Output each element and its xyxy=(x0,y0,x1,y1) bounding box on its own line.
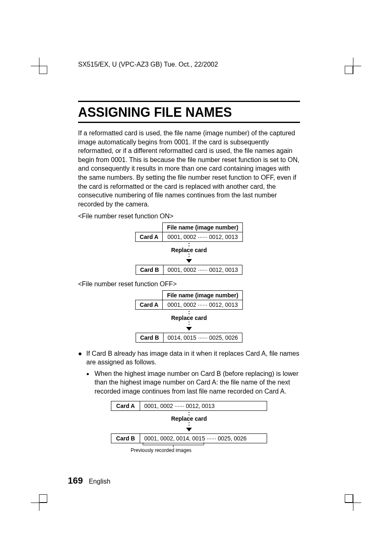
example1-card-a-value: 0001, 0002 ······ 0012, 0013 xyxy=(163,232,242,242)
page-footer: 169 English xyxy=(68,475,111,486)
example3-table-b: Card B0001, 0002, 0014, 0015 ······ 0025… xyxy=(111,433,267,443)
example1-replace: : Replace card : xyxy=(78,243,300,264)
page-number: 169 xyxy=(68,475,83,486)
arrow-down-icon xyxy=(186,259,192,263)
example2-card-a-label: Card A xyxy=(136,300,163,309)
bullet-2: ● When the highest image number on Card … xyxy=(78,369,300,396)
bullet-1: ● If Card B already has image data in it… xyxy=(78,349,300,367)
example2-replace: : Replace card : xyxy=(78,310,300,332)
arrow-down-icon xyxy=(186,428,192,431)
crop-mark-top-right xyxy=(345,58,361,74)
bracket-icon xyxy=(142,442,212,448)
title-rule-top xyxy=(78,101,300,102)
bullet-list: ● If Card B already has image data in it… xyxy=(78,349,300,396)
example2-card-a-value: 0001, 0002 ······ 0012, 0013 xyxy=(163,300,242,309)
prev-recorded-label: Previously recorded images xyxy=(111,447,267,453)
page-content: ASSIGNING FILE NAMES If a reformatted ca… xyxy=(78,101,300,459)
example2-label: <File number reset function OFF> xyxy=(78,280,300,288)
example3-card-a-value: 0001, 0002 ······ 0012, 0013 xyxy=(140,401,267,410)
intro-paragraph: If a reformatted card is used, the file … xyxy=(78,129,300,208)
example3-card-a-label: Card A xyxy=(111,401,140,410)
bullet-dot-icon: ● xyxy=(78,349,86,367)
example1-card-b-value: 0001, 0002 ······ 0012, 0013 xyxy=(163,265,242,274)
example1-table-a: File name (image number) Card A0001, 000… xyxy=(135,222,243,242)
example2-card-b-value: 0014, 0015 ······ 0025, 0026 xyxy=(163,333,242,342)
example3-table-a: Card A0001, 0002 ······ 0012, 0013 xyxy=(111,401,267,411)
example2-card-b-label: Card B xyxy=(136,333,163,342)
example3-card-b-value: 0001, 0002, 0014, 0015 ······ 0025, 0026 xyxy=(140,434,267,443)
example1-label: <File number reset function ON> xyxy=(78,213,300,220)
example-reset-off: <File number reset function OFF> File na… xyxy=(78,280,300,343)
example1-table-b: Card B0001, 0002 ······ 0012, 0013 xyxy=(136,265,242,275)
title-rule-bottom xyxy=(78,122,300,123)
example-reset-on: <File number reset function ON> File nam… xyxy=(78,213,300,275)
example1-col-header: File name (image number) xyxy=(163,223,242,232)
example2-table-a: File name (image number) Card A0001, 000… xyxy=(135,290,243,310)
example3-card-b-label: Card B xyxy=(111,434,140,443)
crop-mark-bottom-right xyxy=(345,494,361,511)
example1-card-b-label: Card B xyxy=(136,265,163,274)
example2-col-header: File name (image number) xyxy=(163,290,242,300)
page-title: ASSIGNING FILE NAMES xyxy=(78,104,289,120)
crop-mark-bottom-left xyxy=(31,494,47,511)
crop-mark-top-left xyxy=(31,58,47,74)
example3: Card A0001, 0002 ······ 0012, 0013 : Rep… xyxy=(78,401,300,454)
language-label: English xyxy=(89,478,110,485)
bullet-dot-icon: ● xyxy=(86,369,95,396)
arrow-down-icon xyxy=(186,327,192,331)
example1-card-a-label: Card A xyxy=(136,232,163,242)
example2-table-b: Card B0014, 0015 ······ 0025, 0026 xyxy=(136,333,242,343)
example3-replace: : Replace card : xyxy=(78,412,300,433)
header-info: SX515/EX, U (VPC-AZ3 GB) Tue. Oct., 22/2… xyxy=(78,61,218,68)
